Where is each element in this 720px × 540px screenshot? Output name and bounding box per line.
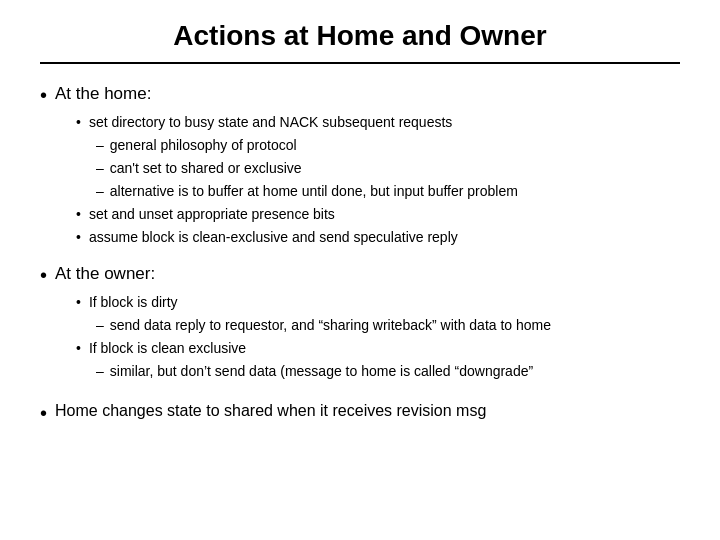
content-area: • At the home: • set directory to busy s… <box>40 82 680 520</box>
slide: Actions at Home and Owner • At the home:… <box>0 0 720 540</box>
footer-bullet: • Home changes state to shared when it r… <box>40 400 680 426</box>
owner-dash-2: – similar, but don’t send data (message … <box>96 361 680 382</box>
owner-section-header: • At the owner: <box>40 262 680 288</box>
dash-icon-2: – <box>96 158 104 179</box>
owner-sub-dot-1: • <box>76 292 81 313</box>
owner-bullet-dot: • <box>40 262 47 288</box>
dash-icon-1: – <box>96 135 104 156</box>
owner-section: • At the owner: • If block is dirty – se… <box>40 262 680 382</box>
owner-sub-text-1: If block is dirty <box>89 292 178 313</box>
slide-title: Actions at Home and Owner <box>40 20 680 64</box>
owner-dash-1: – send data reply to requestor, and “sha… <box>96 315 680 336</box>
home-sub-dot-1: • <box>76 112 81 133</box>
owner-dash-icon-1: – <box>96 315 104 336</box>
home-dash-1: – general philosophy of protocol <box>96 135 680 156</box>
home-dash-text-2: can't set to shared or exclusive <box>110 158 302 179</box>
owner-dash-text-2: similar, but don’t send data (message to… <box>110 361 533 382</box>
owner-sub-items: • If block is dirty – send data reply to… <box>76 292 680 382</box>
owner-sub-dot-2: • <box>76 338 81 359</box>
home-sub-text-1: set directory to busy state and NACK sub… <box>89 112 452 133</box>
footer-section: • Home changes state to shared when it r… <box>40 400 680 426</box>
owner-sub-item-1: • If block is dirty <box>76 292 680 313</box>
home-sub-item-3: • assume block is clean-exclusive and se… <box>76 227 680 248</box>
home-dash-text-3: alternative is to buffer at home until d… <box>110 181 518 202</box>
owner-dash-icon-2: – <box>96 361 104 382</box>
home-section-header: • At the home: <box>40 82 680 108</box>
footer-dot: • <box>40 400 47 426</box>
footer-text: Home changes state to shared when it rec… <box>55 400 486 422</box>
home-bullet-dot: • <box>40 82 47 108</box>
home-sub-items: • set directory to busy state and NACK s… <box>76 112 680 248</box>
dash-icon-3: – <box>96 181 104 202</box>
home-sub-dot-3: • <box>76 227 81 248</box>
home-dash-3: – alternative is to buffer at home until… <box>96 181 680 202</box>
home-section-label: At the home: <box>55 82 151 106</box>
owner-dash-text-1: send data reply to requestor, and “shari… <box>110 315 551 336</box>
home-dash-2: – can't set to shared or exclusive <box>96 158 680 179</box>
owner-section-label: At the owner: <box>55 262 155 286</box>
home-section: • At the home: • set directory to busy s… <box>40 82 680 248</box>
owner-sub-item-2: • If block is clean exclusive <box>76 338 680 359</box>
home-sub-item-2: • set and unset appropriate presence bit… <box>76 204 680 225</box>
home-sub-item-1: • set directory to busy state and NACK s… <box>76 112 680 133</box>
owner-sub-text-2: If block is clean exclusive <box>89 338 246 359</box>
home-sub-text-2: set and unset appropriate presence bits <box>89 204 335 225</box>
home-sub-dot-2: • <box>76 204 81 225</box>
home-sub-text-3: assume block is clean-exclusive and send… <box>89 227 458 248</box>
home-dash-text-1: general philosophy of protocol <box>110 135 297 156</box>
